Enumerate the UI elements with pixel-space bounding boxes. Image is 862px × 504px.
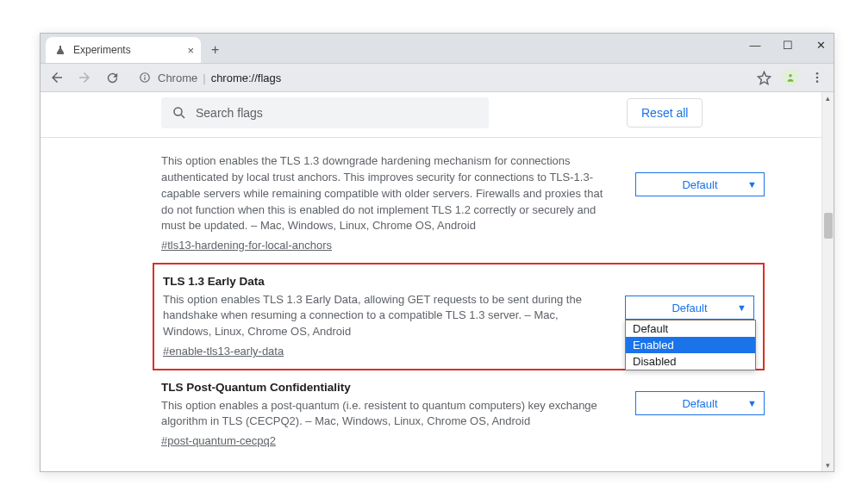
header-row: Search flags Reset all — [41, 92, 834, 137]
flag-anchor-link[interactable]: #post-quantum-cecpq2 — [161, 433, 276, 450]
flag-item: TLS Post-Quantum Confidentiality This op… — [41, 370, 834, 458]
flag-item: Password import Import functionality in … — [41, 458, 834, 471]
svg-point-4 — [816, 72, 819, 75]
svg-point-3 — [789, 74, 792, 78]
chevron-down-icon: ▼ — [737, 302, 746, 313]
address-bar[interactable]: Chrome | chrome://flags — [130, 66, 740, 89]
scroll-thumb[interactable] — [824, 213, 833, 239]
back-icon[interactable] — [47, 68, 66, 87]
new-tab-button[interactable]: + — [211, 42, 219, 63]
scroll-down-icon[interactable]: ▾ — [822, 459, 834, 471]
minimize-icon[interactable]: — — [747, 39, 763, 52]
toolbar: Chrome | chrome://flags — [41, 63, 834, 92]
menu-icon[interactable] — [808, 68, 827, 87]
flag-title: Password import — [161, 467, 609, 471]
svg-point-7 — [174, 108, 182, 115]
flag-title: TLS Post-Quantum Confidentiality — [161, 379, 609, 396]
flag-anchor-link[interactable]: #enable-tls13-early-data — [163, 344, 284, 360]
flag-description: This option enables a post-quantum (i.e.… — [161, 398, 609, 431]
maximize-icon[interactable]: ☐ — [780, 39, 796, 52]
window-controls: — ☐ ✕ — [747, 39, 828, 52]
flag-description: This option enables TLS 1.3 Early Data, … — [163, 292, 599, 341]
dropdown-option[interactable]: Disabled — [626, 353, 755, 370]
flag-item-highlighted: TLS 1.3 Early Data This option enables T… — [153, 263, 765, 370]
flag-select[interactable]: Default ▼ Default Enabled Disabled — [625, 296, 754, 320]
flags-list: This option enables the TLS 1.3 downgrad… — [41, 138, 834, 471]
svg-line-8 — [181, 115, 184, 118]
search-icon — [172, 105, 187, 121]
search-input[interactable]: Search flags — [161, 97, 489, 128]
forward-icon[interactable] — [75, 68, 94, 87]
flag-select[interactable]: Default ▼ — [635, 172, 765, 196]
flask-icon — [54, 44, 66, 56]
close-icon[interactable]: × — [187, 44, 194, 57]
profile-avatar[interactable] — [782, 69, 799, 86]
tab-bar: Experiments × + — ☐ ✕ — [41, 34, 834, 63]
dropdown-option[interactable]: Default — [626, 320, 755, 337]
url-prefix: Chrome — [158, 72, 197, 84]
flag-select[interactable]: Default ▼ — [635, 391, 765, 415]
flag-anchor-link[interactable]: #tls13-hardening-for-local-anchors — [161, 238, 332, 254]
page-content: Search flags Reset all This option enabl… — [41, 92, 834, 471]
close-window-icon[interactable]: ✕ — [813, 39, 828, 52]
chevron-down-icon: ▼ — [747, 398, 757, 408]
svg-point-1 — [144, 75, 146, 77]
reload-icon[interactable] — [103, 68, 122, 87]
svg-point-6 — [816, 80, 819, 83]
scrollbar[interactable]: ▴ ▾ — [821, 92, 834, 471]
search-placeholder: Search flags — [196, 106, 263, 120]
flag-item: This option enables the TLS 1.3 downgrad… — [41, 145, 834, 263]
reset-all-button[interactable]: Reset all — [627, 98, 703, 128]
scroll-up-icon[interactable]: ▴ — [822, 92, 834, 104]
dropdown-option-selected[interactable]: Enabled — [626, 337, 755, 353]
browser-tab[interactable]: Experiments × — [46, 37, 201, 63]
svg-rect-2 — [144, 77, 145, 80]
site-info-icon[interactable] — [139, 72, 151, 84]
url-text: chrome://flags — [211, 72, 282, 84]
tab-title: Experiments — [73, 44, 131, 56]
bookmark-icon[interactable] — [754, 68, 773, 87]
flag-title: TLS 1.3 Early Data — [163, 273, 599, 290]
flag-description: This option enables the TLS 1.3 downgrad… — [161, 153, 609, 234]
browser-window: Experiments × + — ☐ ✕ Chrome | chrome://… — [40, 33, 834, 472]
flag-select-dropdown: Default Enabled Disabled — [625, 320, 756, 370]
svg-point-5 — [816, 77, 819, 79]
chevron-down-icon: ▼ — [747, 179, 757, 190]
